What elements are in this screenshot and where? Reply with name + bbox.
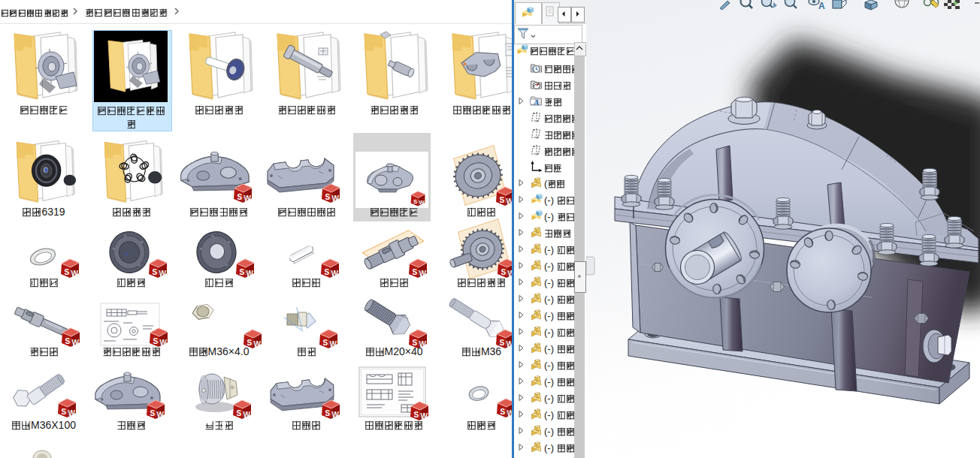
svg-text:S: S (62, 408, 67, 416)
svg-text:sw: sw (124, 252, 129, 256)
svg-text:W: W (331, 411, 339, 419)
svg-text:S: S (325, 193, 330, 201)
svg-text:S: S (324, 268, 329, 276)
svg-text:S: S (65, 337, 71, 345)
svg-text:S: S (237, 409, 242, 417)
svg-text:S: S (240, 268, 245, 276)
svg-text:W: W (331, 194, 339, 203)
svg-text:A: A (818, 1, 825, 11)
svg-text:W: W (156, 411, 164, 419)
svg-text:S: S (413, 198, 417, 205)
svg-text:S: S (237, 193, 243, 201)
svg-text:S: S (153, 337, 158, 345)
svg-text:S: S (325, 409, 330, 417)
svg-text:W: W (243, 411, 251, 419)
svg-text:S: S (413, 268, 418, 276)
svg-text:S: S (500, 408, 505, 416)
svg-text:S: S (152, 268, 157, 276)
svg-text:A: A (534, 98, 540, 107)
svg-text:S: S (501, 268, 506, 276)
svg-text:S: S (414, 411, 419, 419)
svg-text:S: S (499, 196, 504, 204)
svg-text:S: S (65, 268, 70, 276)
svg-text:W: W (68, 409, 76, 417)
svg-text:S: S (150, 409, 155, 417)
svg-text:W: W (244, 194, 252, 203)
